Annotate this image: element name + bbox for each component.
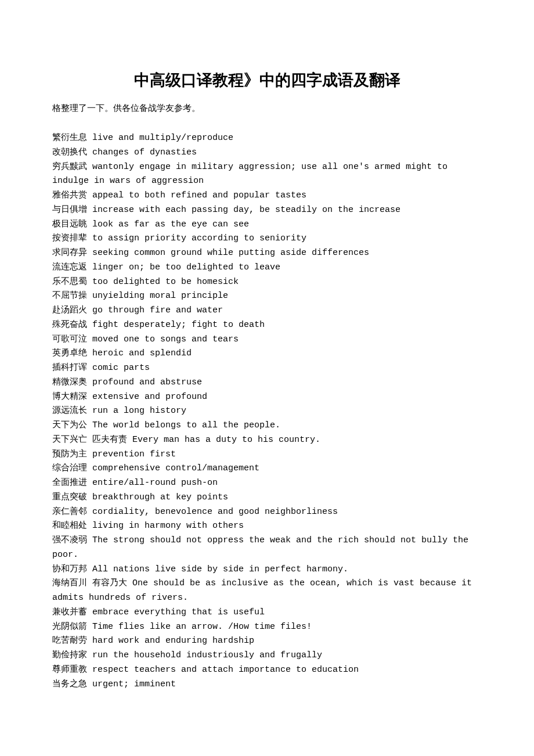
idiom-entry: 改朝换代 changes of dynasties <box>52 146 482 160</box>
idiom-entry: 全面推进 entire/all-round push-on <box>52 476 482 491</box>
idiom-entry: 繁衍生息 live and multiply/reproduce <box>52 131 482 146</box>
entries-list: 繁衍生息 live and multiply/reproduce改朝换代 cha… <box>52 131 482 692</box>
idiom-entry: 赴汤蹈火 go through fire and water <box>52 304 482 318</box>
idiom-entry: 精微深奥 profound and abstruse <box>52 376 482 390</box>
idiom-entry: 求同存异 seeking common ground while putting… <box>52 246 482 261</box>
idiom-entry: 插科打诨 comic parts <box>52 361 482 376</box>
idiom-entry: 光阴似箭 Time flies like an arrow. /How time… <box>52 620 482 635</box>
idiom-entry: 重点突破 breakthrough at key points <box>52 491 482 505</box>
page-title: 中高级口译教程》中的四字成语及翻译 <box>52 70 482 91</box>
idiom-entry: 源远流长 run a long history <box>52 404 482 419</box>
idiom-entry: 当务之急 urgent; imminent <box>52 678 482 692</box>
idiom-entry: 预防为主 prevention first <box>52 448 482 462</box>
idiom-entry: 协和万邦 All nations live side by side in pe… <box>52 563 482 577</box>
idiom-entry: 英勇卓绝 heroic and splendid <box>52 347 482 361</box>
intro-text: 格整理了一下。供各位备战学友参考。 <box>52 101 482 115</box>
idiom-entry: 勤俭持家 run the household industriously and… <box>52 649 482 663</box>
idiom-entry: 天下兴亡 匹夫有责 Every man has a duty to his co… <box>52 433 482 448</box>
idiom-entry: 博大精深 extensive and profound <box>52 390 482 405</box>
idiom-entry: 和睦相处 living in harmony with others <box>52 519 482 534</box>
idiom-entry: 可歌可泣 moved one to songs and tears <box>52 333 482 347</box>
idiom-entry: 吃苦耐劳 hard work and enduring hardship <box>52 634 482 649</box>
idiom-entry: 乐不思蜀 too delighted to be homesick <box>52 275 482 290</box>
idiom-entry: 综合治理 comprehensive control/management <box>52 462 482 476</box>
idiom-entry: 极目远眺 look as far as the eye can see <box>52 218 482 232</box>
idiom-entry: 按资排辈 to assign priority according to sen… <box>52 232 482 246</box>
idiom-entry: 海纳百川 有容乃大 One should be as inclusive as … <box>52 577 482 606</box>
idiom-entry: 流连忘返 linger on; be too delighted to leav… <box>52 261 482 275</box>
idiom-entry: 天下为公 The world belongs to all the people… <box>52 419 482 433</box>
idiom-entry: 与日俱增 increase with each passing day, be … <box>52 203 482 218</box>
idiom-entry: 尊师重教 respect teachers and attach importa… <box>52 663 482 678</box>
idiom-entry: 亲仁善邻 cordiality, benevolence and good ne… <box>52 505 482 520</box>
idiom-entry: 穷兵黩武 wantonly engage in military aggress… <box>52 160 482 189</box>
idiom-entry: 不屈节操 unyielding moral principle <box>52 289 482 304</box>
idiom-entry: 殊死奋战 fight desperately; fight to death <box>52 318 482 333</box>
document-page: 中高级口译教程》中的四字成语及翻译 格整理了一下。供各位备战学友参考。 繁衍生息… <box>0 0 534 738</box>
idiom-entry: 雅俗共赏 appeal to both refined and popular … <box>52 189 482 203</box>
idiom-entry: 强不凌弱 The strong should not oppress the w… <box>52 534 482 563</box>
idiom-entry: 兼收并蓄 embrace everything that is useful <box>52 606 482 620</box>
